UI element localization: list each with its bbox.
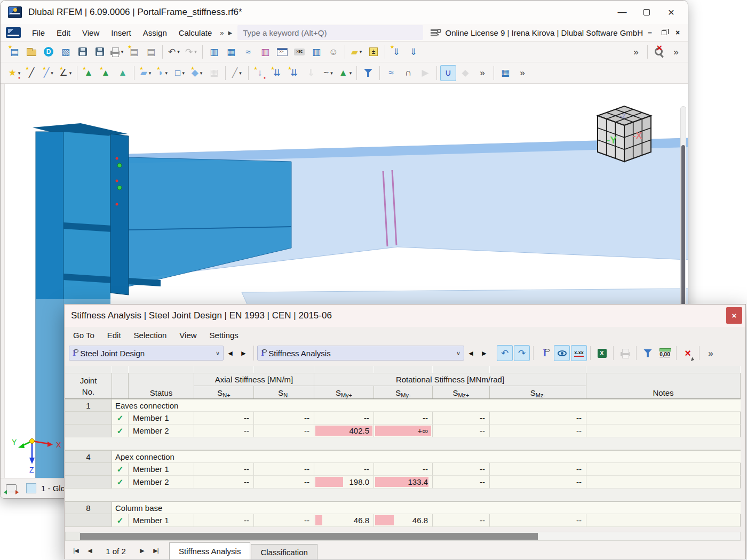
table-horizontal-scrollbar[interactable] [65, 532, 741, 541]
menu-item-file[interactable]: File [26, 26, 51, 39]
insert-below-icon[interactable]: ⇓ [406, 44, 422, 60]
navigation-cube[interactable]: -Y -X -Z [584, 99, 664, 179]
license-search-icon[interactable] [431, 28, 441, 37]
work-plane-icon[interactable]: ▰▾ [348, 44, 364, 60]
view-manager-icon[interactable] [6, 484, 17, 492]
redo-icon[interactable]: ↷▾ [183, 44, 199, 60]
menu-overflow-icon[interactable]: » [218, 29, 226, 37]
result-combo[interactable]: I Stiffness Analysis ∨ [257, 346, 464, 361]
dialog-menu-item-selection[interactable]: Selection [128, 329, 173, 341]
dialog-close-button[interactable]: × [726, 307, 742, 324]
toolbar2-overflow2-icon[interactable]: » [514, 65, 530, 81]
pager-last-button[interactable]: ▶| [149, 543, 163, 557]
support-rotation-icon[interactable]: ▲▾ [337, 65, 353, 81]
module-next-button[interactable]: ▶ [237, 346, 250, 361]
module-prev-button[interactable]: ◀ [224, 346, 237, 361]
tables-icon[interactable]: ▦ [223, 44, 239, 60]
toolbar1-overflow2-icon[interactable]: » [668, 44, 684, 60]
cube-face-minus-z[interactable]: -Z [619, 112, 626, 120]
menu-item-assign[interactable]: Assign [137, 26, 173, 39]
mdi-restore-button[interactable] [657, 26, 671, 39]
dialog-menu-item-settings[interactable]: Settings [203, 329, 245, 341]
cube-face-minus-y[interactable]: -Y [607, 134, 617, 146]
new-surface-icon[interactable]: ▰▾ [138, 65, 154, 81]
dlubal-center-icon[interactable]: D [41, 44, 57, 60]
pager-prev-button[interactable]: ◀ [83, 543, 97, 557]
joint-3d-view-icon[interactable]: I [537, 345, 553, 361]
nodal-support-icon[interactable]: ▲ [81, 65, 97, 81]
filter-icon[interactable] [360, 65, 376, 81]
table-row-member[interactable]: ✓Member 1------------ [65, 463, 741, 476]
table-row-group[interactable]: 1Eaves connection [65, 399, 741, 412]
view-color-swatch[interactable] [26, 483, 36, 493]
table-row-member[interactable]: ✓Member 2----198.0133.4---- [65, 476, 741, 489]
open-model-icon[interactable] [23, 44, 39, 60]
menu-item-edit[interactable]: Edit [51, 26, 76, 39]
new-line-icon[interactable]: ╱ [23, 65, 39, 81]
result-prev-button[interactable]: ◀ [464, 346, 478, 361]
parameters-icon[interactable]: ▥ [257, 44, 273, 60]
table-row-group[interactable]: 4Apex connection [65, 450, 741, 463]
printout-report-icon[interactable]: ▤ [143, 44, 159, 60]
jump-back-icon[interactable]: ↶ [497, 345, 513, 361]
imperfection-icon[interactable]: ~▾ [320, 65, 336, 81]
hscrollbar-thumb[interactable] [80, 533, 538, 540]
nodal-load-icon[interactable]: ↓ [252, 65, 268, 81]
close-button[interactable]: × [659, 2, 684, 23]
minimize-button[interactable]: — [610, 2, 634, 23]
edit-parameters-icon[interactable]: ± [365, 44, 382, 60]
module-combo[interactable]: I Steel Joint Design ∨ [69, 346, 224, 361]
table-row-group[interactable]: 8Column base [65, 501, 741, 514]
new-polyline-icon[interactable]: ∠▾ [58, 65, 74, 81]
table-row-member[interactable]: ✓Member 2----402.5+∞---- [65, 425, 741, 437]
console-icon[interactable]: >>_ [274, 44, 290, 60]
pager-first-button[interactable]: |◀ [69, 543, 83, 557]
chevron-down-icon[interactable]: ∨ [211, 350, 220, 357]
navigator-icon[interactable]: ▥ [206, 44, 222, 60]
delete-results-icon[interactable]: × [680, 345, 696, 361]
animation-icon[interactable]: ▶ [417, 65, 433, 81]
new-printout-report-icon[interactable]: ▤ [126, 44, 142, 60]
solid-load-icon[interactable]: ⇓ [303, 65, 319, 81]
title-bar[interactable]: Dlubal RFEM | 6.09.0006 | PortalFrame_st… [1, 1, 688, 24]
export-excel-icon[interactable]: X [594, 345, 610, 361]
menu-item-view[interactable]: View [76, 26, 105, 39]
menu-item-insert[interactable]: Insert [105, 26, 137, 39]
maximize-button[interactable] [634, 2, 659, 23]
new-shell-icon[interactable]: ◗▾ [155, 65, 171, 81]
mdi-close-button[interactable]: × [671, 26, 685, 39]
table-row-member[interactable]: ✓Member 1----46.846.8---- [65, 514, 741, 527]
dialog-menu-item-view[interactable]: View [173, 329, 203, 341]
new-member-icon[interactable]: ╱▾ [41, 65, 57, 81]
member-load-icon[interactable]: ⇊ [286, 65, 302, 81]
filter-results-icon[interactable] [640, 345, 656, 361]
save-as-icon[interactable] [75, 44, 91, 60]
table-grid-icon[interactable]: ▦ [497, 65, 513, 81]
surface-support-icon[interactable]: ▲ [115, 65, 131, 81]
menu-expand-icon[interactable]: ▶ [226, 30, 235, 36]
new-solid-icon[interactable]: ◆▾ [189, 65, 205, 81]
line-load-icon[interactable]: ⇊ [269, 65, 285, 81]
chevron-down-icon[interactable]: ∨ [452, 350, 460, 357]
tab-classification[interactable]: Classification [251, 544, 317, 559]
model-manager-icon[interactable]: ▧ [58, 44, 74, 60]
result-diagram-icon[interactable]: ≈ [383, 65, 399, 81]
result-values-icon[interactable]: x.xx [571, 345, 587, 361]
tab-stiffness-analysis[interactable]: Stiffness Analysis [169, 542, 250, 559]
show-values-eye-icon[interactable] [554, 345, 570, 361]
menu-item-calculate[interactable]: Calculate [173, 26, 218, 39]
cube-face-minus-x[interactable]: -X [633, 131, 642, 141]
jump-forward-icon[interactable]: ↷ [514, 345, 530, 361]
result-next-button[interactable]: ▶ [478, 346, 491, 361]
dialog-menu-item-edit[interactable]: Edit [101, 329, 128, 341]
diagrams-icon[interactable]: ≈ [240, 44, 256, 60]
support-chat-icon[interactable]: ☺ [325, 44, 341, 60]
zoom-clear-icon[interactable] [651, 44, 667, 60]
script-icon[interactable]: >SC [291, 44, 307, 60]
decimal-places-icon[interactable]: 0,00 [657, 345, 673, 361]
print-report-icon[interactable] [617, 345, 633, 361]
result-arc-icon[interactable]: ∩ [400, 65, 416, 81]
mdi-minimize-button[interactable]: – [643, 26, 657, 39]
new-model-icon[interactable]: ▤ [6, 44, 22, 60]
pager-next-button[interactable]: ▶ [135, 543, 149, 557]
